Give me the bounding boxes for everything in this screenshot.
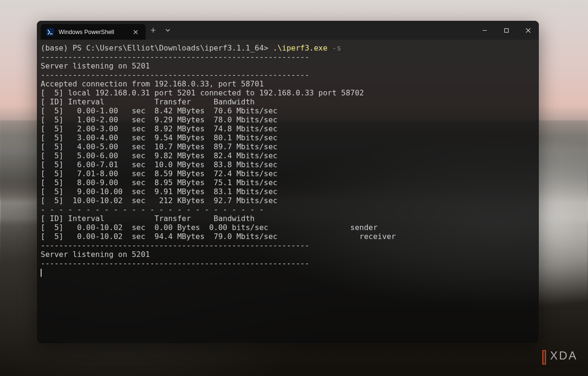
output-line: Server listening on 5201 bbox=[41, 61, 150, 70]
output-line: [ ID] Interval Transfer Bandwidth bbox=[41, 97, 255, 106]
watermark-bracket-icon: ] bbox=[543, 348, 547, 364]
tab-close-button[interactable] bbox=[131, 28, 140, 36]
output-line: [ 5] 5.00-6.00 sec 9.82 MBytes 82.4 Mbit… bbox=[41, 151, 277, 160]
output-line: - - - - - - - - - - - - - - - - - - - - … bbox=[41, 205, 264, 214]
output-line: Accepted connection from 192.168.0.33, p… bbox=[41, 79, 264, 88]
titlebar[interactable]: Windows PowerShell bbox=[37, 21, 539, 40]
prompt-path: (base) PS C:\Users\Elliot\Downloads\iper… bbox=[41, 43, 273, 52]
powershell-icon bbox=[46, 28, 54, 36]
window-controls bbox=[474, 21, 539, 40]
close-button[interactable] bbox=[517, 21, 539, 40]
output-line: ----------------------------------------… bbox=[41, 259, 309, 268]
tab-title: Windows PowerShell bbox=[59, 29, 127, 35]
output-line: [ 5] local 192.168.0.31 port 5201 connec… bbox=[41, 88, 364, 97]
output-line: [ 5] 2.00-3.00 sec 8.92 MBytes 74.8 Mbit… bbox=[41, 124, 277, 133]
titlebar-drag-region[interactable] bbox=[175, 21, 474, 40]
output-line: [ 5] 4.00-5.00 sec 10.7 MBytes 89.7 Mbit… bbox=[41, 142, 277, 151]
output-line: [ 5] 7.01-8.00 sec 8.59 MBytes 72.4 Mbit… bbox=[41, 169, 277, 178]
tab-powershell[interactable]: Windows PowerShell bbox=[41, 24, 146, 40]
new-tab-button[interactable] bbox=[146, 21, 161, 40]
output-line: ----------------------------------------… bbox=[41, 52, 309, 61]
output-line: [ 5] 0.00-10.02 sec 94.4 MBytes 79.0 Mbi… bbox=[41, 232, 396, 241]
output-line: [ 5] 3.00-4.00 sec 9.54 MBytes 80.1 Mbit… bbox=[41, 133, 277, 142]
cursor bbox=[41, 269, 42, 277]
output-line: [ 5] 1.00-2.00 sec 9.29 MBytes 78.0 Mbit… bbox=[41, 115, 277, 124]
prompt-command: .\iperf3.exe bbox=[273, 43, 328, 52]
prompt-argument: -s bbox=[328, 43, 341, 52]
terminal-window: Windows PowerShell (base) PS C:\Users\El… bbox=[37, 21, 539, 343]
output-line: [ 5] 9.00-10.00 sec 9.91 MBytes 83.1 Mbi… bbox=[41, 187, 277, 196]
watermark-text: XDA bbox=[550, 349, 578, 362]
minimize-button[interactable] bbox=[474, 21, 495, 40]
output-line: Server listening on 5201 bbox=[41, 250, 150, 259]
output-line: ----------------------------------------… bbox=[41, 70, 309, 79]
svg-rect-0 bbox=[504, 28, 508, 32]
xda-watermark: [ ] XDA bbox=[541, 348, 578, 364]
output-line: ----------------------------------------… bbox=[41, 241, 309, 250]
output-line: [ 5] 8.00-9.00 sec 8.95 MBytes 75.1 Mbit… bbox=[41, 178, 277, 187]
maximize-button[interactable] bbox=[495, 21, 517, 40]
output-line: [ 5] 0.00-1.00 sec 8.42 MBytes 70.6 Mbit… bbox=[41, 106, 277, 115]
tab-dropdown-button[interactable] bbox=[161, 21, 175, 40]
output-line: [ 5] 10.00-10.02 sec 212 KBytes 92.7 Mbi… bbox=[41, 196, 277, 205]
output-line: [ ID] Interval Transfer Bandwidth bbox=[41, 214, 255, 223]
output-line: [ 5] 6.00-7.01 sec 10.0 MBytes 83.8 Mbit… bbox=[41, 160, 277, 169]
output-line: [ 5] 0.00-10.02 sec 0.00 Bytes 0.00 bits… bbox=[41, 223, 378, 232]
terminal-output[interactable]: (base) PS C:\Users\Elliot\Downloads\iper… bbox=[37, 40, 539, 343]
